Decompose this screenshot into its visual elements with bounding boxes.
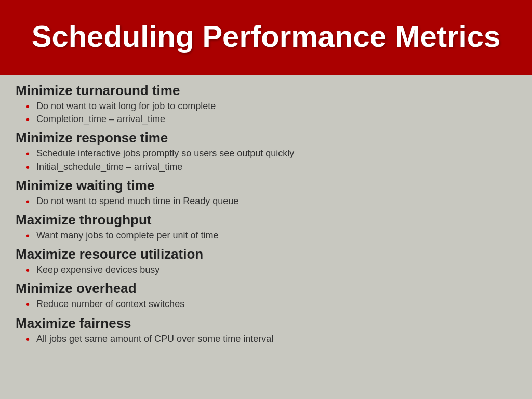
slide-header: Scheduling Performance Metrics	[0, 0, 532, 75]
section-heading-overhead: Minimize overhead	[16, 281, 516, 297]
section-waiting: Minimize waiting timeDo not want to spen…	[16, 178, 516, 208]
section-overhead: Minimize overheadReduce number of contex…	[16, 281, 516, 311]
bullet-item: Completion_time – arrival_time	[26, 113, 516, 126]
bullet-list-waiting: Do not want to spend much time in Ready …	[16, 195, 516, 208]
bullet-item: Reduce number of context switches	[26, 298, 516, 311]
bullet-item: Keep expensive devices busy	[26, 263, 516, 276]
bullet-item: Do not want to spend much time in Ready …	[26, 195, 516, 208]
bullet-item: Do not want to wait long for job to comp…	[26, 100, 516, 113]
section-turnaround: Minimize turnaround timeDo not want to w…	[16, 83, 516, 126]
bullet-list-throughput: Want many jobs to complete per unit of t…	[16, 229, 516, 242]
section-heading-throughput: Maximize throughput	[16, 212, 516, 228]
bullet-item: Initial_schedule_time – arrival_time	[26, 161, 516, 174]
bullet-list-overhead: Reduce number of context switches	[16, 298, 516, 311]
bullet-item: Schedule interactive jobs promptly so us…	[26, 147, 516, 160]
section-response: Minimize response timeSchedule interacti…	[16, 130, 516, 173]
section-heading-turnaround: Minimize turnaround time	[16, 83, 516, 99]
section-heading-waiting: Minimize waiting time	[16, 178, 516, 194]
bullet-list-resource: Keep expensive devices busy	[16, 263, 516, 276]
section-heading-response: Minimize response time	[16, 130, 516, 146]
slide: Scheduling Performance Metrics Minimize …	[0, 0, 532, 399]
bullet-list-fairness: All jobs get same amount of CPU over som…	[16, 332, 516, 345]
section-throughput: Maximize throughputWant many jobs to com…	[16, 212, 516, 242]
bullet-item: Want many jobs to complete per unit of t…	[26, 229, 516, 242]
bullet-item: All jobs get same amount of CPU over som…	[26, 332, 516, 345]
section-heading-fairness: Maximize fairness	[16, 315, 516, 331]
bullet-list-turnaround: Do not want to wait long for job to comp…	[16, 100, 516, 126]
section-heading-resource: Maximize resource utilization	[16, 246, 516, 262]
section-fairness: Maximize fairnessAll jobs get same amoun…	[16, 315, 516, 345]
section-resource: Maximize resource utilizationKeep expens…	[16, 246, 516, 276]
bullet-list-response: Schedule interactive jobs promptly so us…	[16, 147, 516, 173]
slide-content: Minimize turnaround timeDo not want to w…	[0, 75, 532, 399]
slide-title: Scheduling Performance Metrics	[32, 19, 500, 54]
